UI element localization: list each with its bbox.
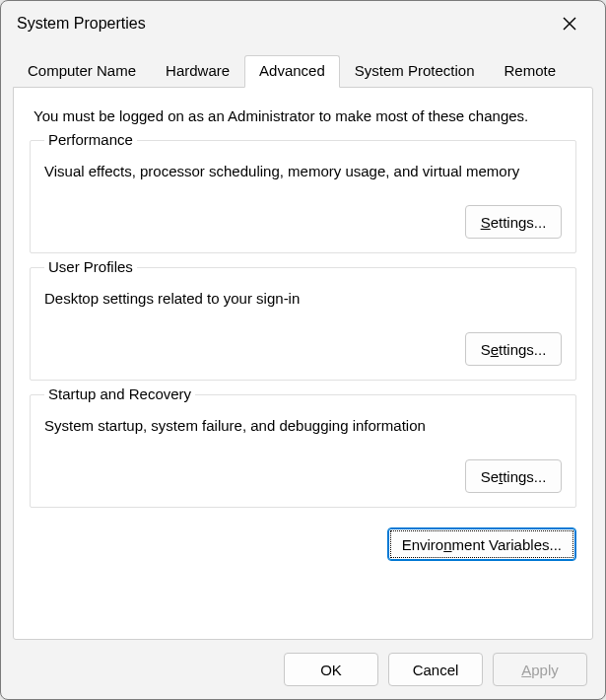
startup-recovery-title: Startup and Recovery	[44, 385, 195, 402]
close-icon	[563, 17, 576, 31]
titlebar: System Properties	[1, 1, 605, 46]
ok-button[interactable]: OK	[284, 653, 378, 686]
tab-system-protection[interactable]: System Protection	[340, 55, 490, 88]
apply-button[interactable]: Apply	[493, 653, 587, 686]
performance-group: Performance Visual effects, processor sc…	[30, 140, 576, 253]
system-properties-dialog: System Properties Computer Name Hardware…	[0, 0, 606, 700]
dialog-footer: OK Cancel Apply	[1, 640, 605, 699]
tab-computer-name[interactable]: Computer Name	[13, 55, 151, 88]
admin-note: You must be logged on as an Administrato…	[34, 107, 576, 124]
environment-variables-button[interactable]: Environment Variables...	[387, 527, 576, 561]
tab-advanced[interactable]: Advanced	[244, 55, 340, 88]
user-profiles-title: User Profiles	[44, 258, 137, 275]
window-title: System Properties	[17, 15, 548, 33]
advanced-tab-page: You must be logged on as an Administrato…	[13, 87, 593, 640]
startup-recovery-settings-button[interactable]: Settings...	[465, 459, 562, 493]
cancel-button[interactable]: Cancel	[388, 653, 483, 686]
close-button[interactable]	[548, 8, 591, 39]
user-profiles-desc: Desktop settings related to your sign-in	[44, 290, 562, 307]
startup-recovery-desc: System startup, system failure, and debu…	[44, 417, 562, 434]
startup-recovery-group: Startup and Recovery System startup, sys…	[30, 394, 576, 508]
performance-title: Performance	[44, 131, 137, 148]
environment-variables-row: Environment Variables...	[30, 527, 576, 561]
performance-settings-button[interactable]: Settings...	[465, 205, 562, 239]
user-profiles-group: User Profiles Desktop settings related t…	[30, 267, 576, 381]
tabstrip: Computer Name Hardware Advanced System P…	[1, 54, 605, 87]
tab-hardware[interactable]: Hardware	[151, 55, 244, 88]
tab-remote[interactable]: Remote	[490, 55, 572, 88]
performance-desc: Visual effects, processor scheduling, me…	[44, 163, 562, 179]
user-profiles-settings-button[interactable]: Settings...	[465, 332, 562, 366]
